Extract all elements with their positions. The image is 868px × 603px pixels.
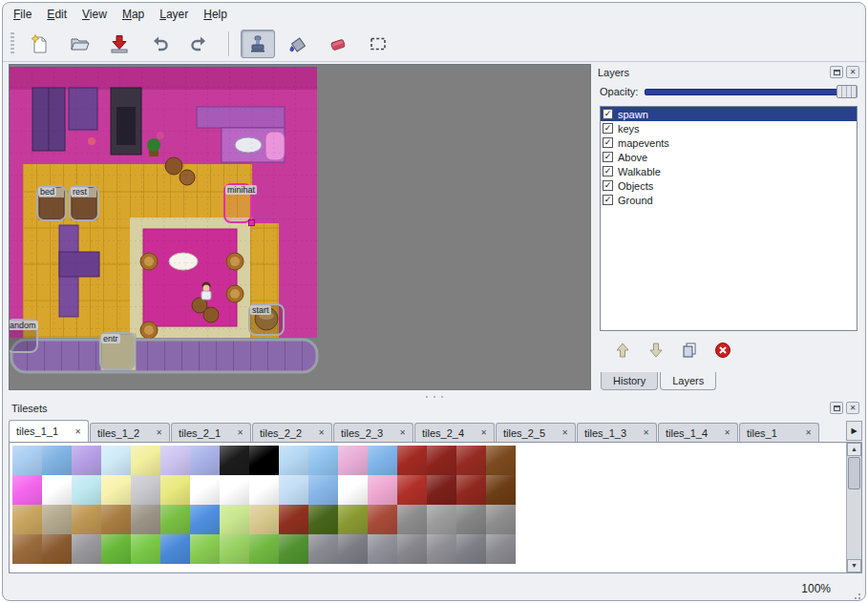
tile[interactable] [131,505,160,534]
tile[interactable] [456,475,486,505]
tile[interactable] [338,505,368,534]
tile[interactable] [42,505,72,534]
scroll-down-button[interactable]: ▼ [847,559,861,572]
tab-close-icon[interactable]: ✕ [561,428,568,437]
tileset-view[interactable]: ▲ ▼ [9,442,862,573]
tab-close-icon[interactable]: ✕ [480,428,487,437]
layer-visibility-checkbox[interactable]: ✓ [603,137,613,148]
layer-row[interactable]: ✓Objects [601,178,857,193]
tile[interactable] [101,475,131,505]
opacity-slider-handle[interactable] [836,85,857,98]
tab-close-icon[interactable]: ✕ [399,428,406,437]
resize-grip[interactable] [858,593,860,595]
tab-close-icon[interactable]: ✕ [724,428,730,437]
bucket-fill-button[interactable] [281,30,315,58]
tile[interactable] [279,534,308,564]
opacity-slider-track[interactable] [645,89,857,95]
tile[interactable] [338,446,368,475]
tile[interactable] [486,534,516,564]
tile[interactable] [368,475,397,505]
lower-layer-button[interactable] [644,339,668,362]
layer-visibility-checkbox[interactable]: ✓ [603,123,613,134]
tileset-tab[interactable]: tiles_2_4✕ [414,423,495,442]
tileset-tab[interactable]: tiles_1_1✕ [9,420,89,442]
tile[interactable] [190,475,220,505]
layer-row[interactable]: ✓Ground [601,193,857,207]
tile[interactable] [72,475,101,505]
tile[interactable] [427,446,456,475]
layer-visibility-checkbox[interactable]: ✓ [603,180,613,191]
float-panel-button[interactable] [830,66,843,78]
layer-row[interactable]: ✓Above [601,150,857,164]
layer-row[interactable]: ✓mapevents [601,135,857,150]
tile[interactable] [160,446,190,475]
undo-button[interactable] [142,30,177,58]
layer-visibility-checkbox[interactable]: ✓ [603,166,613,177]
tileset-tab[interactable]: tiles_2_3✕ [333,423,413,442]
tile[interactable] [456,446,486,475]
scroll-up-button[interactable]: ▲ [847,443,861,456]
tile[interactable] [101,446,131,475]
layer-row[interactable]: ✓keys [601,121,857,135]
tileset-tab[interactable]: tiles_1_4✕ [658,423,738,442]
tile[interactable] [190,505,220,534]
splitter-handle[interactable] [3,390,865,400]
close-tilesets-button[interactable]: ✕ [846,402,859,414]
map-object[interactable]: bed [36,185,67,221]
tile[interactable] [397,446,427,475]
map-object[interactable]: minihat [223,183,252,223]
tile[interactable] [12,534,42,564]
map-object[interactable]: andom [9,319,38,353]
float-tilesets-button[interactable] [830,402,843,414]
tile[interactable] [190,534,220,564]
redo-button[interactable] [182,30,217,58]
tile[interactable] [72,505,101,534]
stamp-brush-button[interactable] [241,30,275,58]
tile[interactable] [249,534,279,564]
tile[interactable] [160,475,190,505]
tile[interactable] [427,534,456,564]
tile[interactable] [220,475,249,505]
map-view[interactable]: bedrestminihatstartandomentr [9,64,591,390]
tile[interactable] [42,534,72,564]
tile[interactable] [308,505,338,534]
tile[interactable] [308,446,338,475]
tile[interactable] [12,505,42,534]
toolbar-drag-handle[interactable] [11,32,14,55]
layer-visibility-checkbox[interactable]: ✓ [603,109,613,119]
tile[interactable] [486,505,516,534]
tile[interactable] [160,534,190,564]
tile[interactable] [368,505,397,534]
tile[interactable] [308,534,338,564]
tile[interactable] [338,475,368,505]
layer-visibility-checkbox[interactable]: ✓ [603,152,613,162]
tile[interactable] [12,475,42,505]
tileset-tab[interactable]: tiles_2_2✕ [252,423,332,442]
tab-close-icon[interactable]: ✕ [643,428,649,437]
menu-view[interactable]: View [75,6,114,23]
tab-close-icon[interactable]: ✕ [805,428,812,437]
tile[interactable] [72,446,101,475]
close-panel-button[interactable]: ✕ [846,66,859,78]
tile[interactable] [101,505,131,534]
tile[interactable] [279,446,308,475]
tile[interactable] [220,446,249,475]
layer-visibility-checkbox[interactable]: ✓ [603,195,613,205]
tab-close-icon[interactable]: ✕ [318,428,325,437]
tile[interactable] [131,534,160,564]
tile[interactable] [368,446,397,475]
menu-layer[interactable]: Layer [153,6,195,23]
tile[interactable] [220,534,249,564]
tile[interactable] [397,534,427,564]
tile[interactable] [456,534,486,564]
scrollbar-thumb[interactable] [848,457,860,489]
tab-layers[interactable]: Layers [660,372,716,390]
tileset-tab[interactable]: tiles_1✕ [739,423,819,442]
tile[interactable] [308,475,338,505]
menu-map[interactable]: Map [116,6,151,23]
tab-close-icon[interactable]: ✕ [156,428,162,437]
tile[interactable] [12,446,42,475]
duplicate-layer-button[interactable] [677,339,702,362]
opacity-slider[interactable] [645,84,857,99]
map-object[interactable]: rest [69,185,99,221]
